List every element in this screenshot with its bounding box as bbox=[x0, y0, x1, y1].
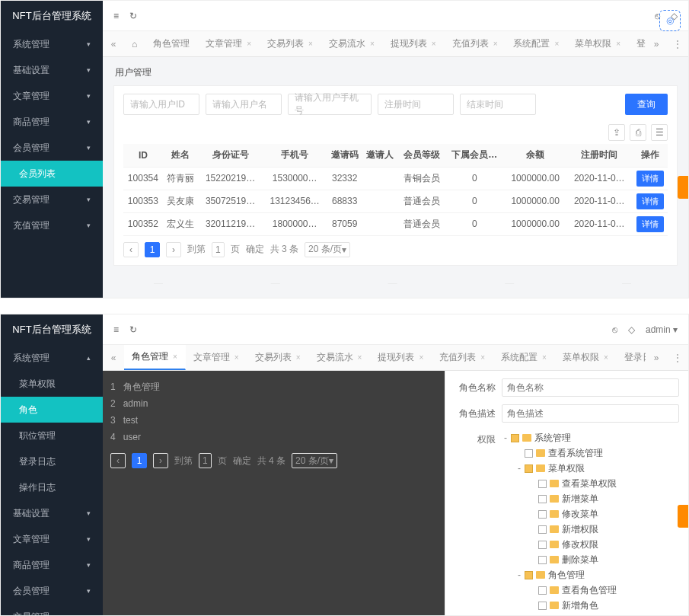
close-icon[interactable]: × bbox=[604, 353, 608, 362]
tab[interactable]: 充值列表× bbox=[445, 31, 506, 56]
list-item[interactable]: 1角色管理 bbox=[110, 378, 437, 395]
tab[interactable]: 菜单权限× bbox=[567, 31, 629, 56]
tab[interactable]: 充值列表× bbox=[432, 345, 493, 370]
sidebar-item[interactable]: 交易管理▾ bbox=[1, 187, 103, 212]
tabs-more-icon[interactable]: ⋮ bbox=[667, 31, 688, 56]
sidebar-item[interactable]: 登录日志 bbox=[1, 448, 103, 474]
sidebar-item[interactable]: 文章管理▾ bbox=[1, 83, 103, 109]
checkbox[interactable] bbox=[538, 480, 547, 488]
tree-node[interactable]: 查看菜单权限 bbox=[502, 476, 679, 491]
tree-node[interactable]: 删除菜单 bbox=[502, 552, 679, 567]
filter-username[interactable]: 请输入用户名 bbox=[206, 94, 282, 115]
sidebar-item[interactable]: 角色 bbox=[1, 397, 103, 423]
sidebar-item[interactable]: 基础设置▾ bbox=[1, 500, 103, 526]
list-item[interactable]: 4user bbox=[110, 429, 437, 445]
close-icon[interactable]: × bbox=[493, 40, 498, 48]
close-icon[interactable]: × bbox=[370, 40, 375, 48]
checkbox[interactable] bbox=[525, 464, 533, 473]
tree-node[interactable]: 新增角色 bbox=[502, 598, 679, 613]
sidebar-item[interactable]: 会员管理▾ bbox=[1, 578, 103, 604]
tree-toggle-icon[interactable]: - bbox=[515, 463, 523, 474]
tree-node[interactable]: 修改权限 bbox=[502, 537, 679, 552]
tab[interactable]: 交易列表× bbox=[247, 345, 309, 370]
checkbox[interactable] bbox=[538, 525, 547, 534]
tab[interactable]: 文章管理× bbox=[186, 345, 247, 370]
tab[interactable]: 系统配置× bbox=[493, 345, 555, 370]
tab[interactable]: 角色管理 bbox=[145, 31, 198, 56]
close-icon[interactable]: × bbox=[308, 40, 313, 48]
menu-toggle-icon[interactable]: ≡ bbox=[113, 11, 119, 21]
filter-phone[interactable]: 请输入用户手机号 bbox=[288, 94, 372, 115]
detail-button[interactable]: 详情 bbox=[636, 171, 664, 187]
menu-toggle-icon[interactable]: ≡ bbox=[113, 324, 119, 335]
tab[interactable]: 提现列表× bbox=[383, 31, 445, 56]
pager-goto-input[interactable]: 1 bbox=[212, 242, 225, 257]
tabs-scroll-right[interactable]: » bbox=[646, 345, 667, 370]
pager-next[interactable]: › bbox=[166, 242, 181, 257]
print-icon[interactable]: ⎙ bbox=[630, 124, 646, 141]
checkbox[interactable] bbox=[538, 556, 547, 564]
tree-node[interactable]: 查看角色管理 bbox=[502, 582, 679, 598]
filter-user-id[interactable]: 请输入用户ID bbox=[123, 94, 199, 115]
tab[interactable]: 提现列表× bbox=[370, 345, 432, 370]
tree-node[interactable]: -菜单权限 bbox=[502, 461, 679, 476]
tabs-scroll-left[interactable]: « bbox=[103, 31, 124, 56]
close-icon[interactable]: × bbox=[173, 353, 177, 361]
tree-node[interactable]: 修改菜单 bbox=[502, 506, 679, 522]
checkbox[interactable] bbox=[538, 541, 547, 549]
checkbox[interactable] bbox=[538, 495, 547, 503]
checkbox[interactable] bbox=[538, 602, 547, 610]
pager-confirm[interactable]: 确定 bbox=[246, 243, 264, 256]
checkbox[interactable] bbox=[525, 449, 533, 458]
close-icon[interactable]: × bbox=[542, 353, 547, 362]
screenshot-tool-icon[interactable]: ◎ bbox=[659, 10, 681, 31]
checkbox[interactable] bbox=[538, 586, 547, 595]
refresh-icon[interactable]: ↻ bbox=[129, 324, 137, 335]
pagination[interactable]: ‹ 1 › 到第 1 页 确定 共 3 条 20 条/页 ▾ bbox=[123, 242, 668, 257]
theme-icon[interactable]: ◇ bbox=[628, 324, 635, 335]
checkbox[interactable] bbox=[511, 434, 519, 442]
tab[interactable]: 交易流水× bbox=[309, 345, 371, 370]
side-ribbon[interactable] bbox=[678, 505, 688, 528]
tree-node[interactable]: 新增菜单 bbox=[502, 491, 679, 506]
sidebar-item[interactable]: 文章管理▾ bbox=[1, 526, 103, 552]
close-icon[interactable]: × bbox=[554, 40, 559, 48]
tab[interactable]: 菜单权限× bbox=[555, 345, 617, 370]
tree-node[interactable]: 新增权限 bbox=[502, 522, 679, 537]
close-icon[interactable]: × bbox=[419, 353, 423, 362]
pager-prev[interactable]: ‹ bbox=[123, 242, 139, 257]
tab[interactable]: 交易流水× bbox=[321, 31, 383, 56]
detail-button[interactable]: 详情 bbox=[636, 193, 664, 209]
sidebar-item[interactable]: 菜单权限 bbox=[1, 371, 103, 397]
home-tab[interactable]: ⌂ bbox=[124, 31, 145, 56]
tab[interactable]: 登录日志× bbox=[617, 345, 646, 370]
export-icon[interactable]: ⇪ bbox=[608, 124, 625, 141]
tabs-more-icon[interactable]: ⋮ bbox=[667, 345, 688, 370]
pager-size-select[interactable]: 20 条/页 ▾ bbox=[305, 242, 350, 257]
sidebar-item[interactable]: 交易管理▾ bbox=[1, 604, 103, 616]
sidebar-item[interactable]: 基础设置▾ bbox=[1, 57, 103, 83]
refresh-icon[interactable]: ↻ bbox=[129, 11, 137, 21]
tree-toggle-icon[interactable]: - bbox=[515, 570, 523, 580]
close-icon[interactable]: × bbox=[247, 40, 251, 48]
role-name-input[interactable] bbox=[502, 378, 679, 397]
tab[interactable]: 角色管理× bbox=[124, 345, 186, 370]
tab[interactable]: 文章管理× bbox=[198, 31, 260, 56]
sidebar-item[interactable]: 操作日志 bbox=[1, 474, 103, 500]
tab[interactable]: 系统配置× bbox=[506, 31, 567, 56]
checkbox[interactable] bbox=[525, 571, 533, 579]
tree-node[interactable]: 查看系统管理 bbox=[502, 445, 679, 461]
close-icon[interactable]: × bbox=[432, 40, 436, 48]
columns-icon[interactable]: ☰ bbox=[651, 124, 668, 141]
filter-start-date[interactable]: 注册时间 bbox=[378, 94, 454, 115]
sidebar-item[interactable]: 商品管理▾ bbox=[1, 552, 103, 578]
sidebar-item[interactable]: 会员列表 bbox=[1, 161, 103, 187]
tree-node[interactable]: 修改角色 bbox=[502, 613, 679, 615]
close-icon[interactable]: × bbox=[480, 353, 485, 362]
side-ribbon[interactable] bbox=[678, 176, 688, 199]
user-menu[interactable]: admin ▾ bbox=[646, 324, 678, 335]
checkbox[interactable] bbox=[538, 510, 547, 519]
tab[interactable]: 交易列表× bbox=[260, 31, 321, 56]
close-icon[interactable]: × bbox=[296, 353, 301, 362]
fullscreen-icon[interactable]: ⎋ bbox=[612, 324, 617, 335]
